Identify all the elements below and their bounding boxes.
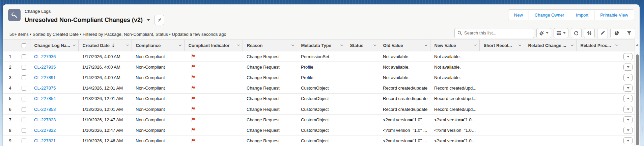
chevron-down-icon[interactable] [125, 43, 130, 47]
new-button[interactable]: New [508, 10, 529, 20]
refresh-icon [573, 30, 579, 36]
chevron-down-icon[interactable] [570, 43, 574, 47]
row-number: 9 [3, 136, 18, 146]
column-header-status[interactable]: Status [346, 40, 379, 51]
row-actions-button[interactable] [623, 53, 633, 60]
metadata-type-cell: CustomObject [297, 136, 346, 146]
chevron-down-icon[interactable] [473, 43, 477, 47]
change-log-link[interactable]: CL-227853 [34, 107, 56, 112]
wrench-icon [11, 11, 18, 19]
column-header-related-process[interactable]: Related Proc... [576, 40, 621, 51]
search-input[interactable] [464, 30, 531, 35]
related-process-cell [576, 62, 621, 72]
row-number: 8 [3, 125, 18, 136]
row-actions-button[interactable] [623, 74, 633, 81]
chevron-down-icon [563, 32, 566, 34]
inline-edit-button[interactable] [597, 28, 608, 38]
row-number: 6 [3, 104, 18, 114]
red-flag-icon [191, 54, 196, 59]
new-value-cell: <?xml version="1.0" ... [430, 115, 479, 125]
chevron-down-icon[interactable] [518, 43, 522, 47]
chevron-down-icon[interactable] [178, 43, 182, 47]
chevron-down-icon[interactable] [424, 43, 428, 47]
column-header-short-resolution[interactable]: Short Resol... [479, 40, 524, 51]
column-header-change-log-name[interactable]: Change Log Na... [30, 40, 78, 51]
row-select-cell [18, 125, 30, 136]
printable-view-button[interactable]: Printable View [594, 10, 634, 20]
row-checkbox[interactable] [22, 128, 26, 133]
metadata-type-cell: CustomObject [297, 93, 346, 104]
row-actions-button[interactable] [623, 95, 633, 102]
reason-cell: Change Request [243, 83, 297, 93]
column-header-metadata-type[interactable]: Metadata Type [297, 40, 346, 51]
change-log-link[interactable]: CL-227823 [34, 117, 56, 122]
short-resolution-cell [479, 62, 524, 72]
sort-button[interactable] [584, 28, 595, 38]
column-header-compliant-indicator[interactable]: Compliant Indicator [184, 40, 243, 51]
chevron-down-icon[interactable] [373, 43, 377, 47]
change-log-name-cell: CL-227936 [30, 51, 78, 62]
row-actions-button[interactable] [623, 106, 633, 113]
change-log-link[interactable]: CL-227875 [34, 86, 56, 91]
related-process-cell [576, 136, 621, 146]
metadata-type-cell: PermissionSet [297, 51, 346, 62]
row-checkbox[interactable] [22, 65, 26, 70]
red-flag-icon [191, 106, 196, 112]
column-header-new-value[interactable]: New Value [430, 40, 479, 51]
row-checkbox[interactable] [22, 139, 26, 143]
row-actions-button[interactable] [623, 127, 633, 134]
column-header-old-value[interactable]: Old Value [379, 40, 430, 51]
change-log-link[interactable]: CL-227822 [34, 128, 56, 133]
row-actions-button[interactable] [623, 137, 633, 144]
row-checkbox[interactable] [22, 75, 26, 80]
row-actions-button[interactable] [623, 116, 633, 123]
change-log-link[interactable]: CL-227854 [34, 96, 56, 101]
row-checkbox[interactable] [22, 54, 26, 59]
change-log-link[interactable]: CL-227821 [34, 138, 56, 143]
column-header-related-change[interactable]: Related Change ... [524, 40, 576, 51]
chevron-down-icon[interactable] [615, 43, 619, 47]
display-as-button[interactable] [554, 28, 568, 38]
table-row: 9 CL-227821 1/10/2026, 12:46 AM Non-Comp… [3, 136, 635, 146]
chevron-down-icon[interactable] [72, 43, 76, 47]
reason-cell: Change Request [243, 136, 297, 146]
related-change-cell [524, 62, 576, 72]
table-row: 2 CL-227935 1/17/2026, 4:00 AM Non-Compl… [3, 62, 635, 72]
row-actions-button[interactable] [623, 84, 633, 92]
chevron-down-icon[interactable] [291, 43, 295, 47]
vertical-scrollbar[interactable] [635, 39, 640, 146]
charts-button[interactable] [611, 28, 623, 38]
row-checkbox[interactable] [22, 107, 26, 112]
row-checkbox[interactable] [22, 97, 26, 101]
scrollbar-up-arrow-icon[interactable] [636, 44, 639, 46]
row-checkbox[interactable] [22, 118, 26, 122]
row-checkbox[interactable] [22, 86, 26, 91]
chevron-down-icon[interactable] [236, 43, 241, 47]
change-log-link[interactable]: CL-227936 [34, 54, 56, 59]
change-owner-button[interactable]: Change Owner [529, 10, 570, 20]
change-log-link[interactable]: CL-227891 [34, 75, 56, 80]
metadata-type-cell: CustomObject [297, 104, 346, 114]
related-change-cell [524, 115, 576, 125]
status-cell [346, 51, 379, 62]
row-actions-button[interactable] [623, 64, 633, 71]
row-select-cell [18, 104, 30, 114]
column-header-created-date[interactable]: Created Date [78, 40, 132, 51]
new-value-cell: Not available. [430, 72, 479, 83]
old-value-cell: Not available. [379, 51, 430, 62]
list-view-selector-chevron-icon[interactable] [147, 19, 150, 21]
change-log-link[interactable]: CL-227935 [34, 65, 56, 70]
chevron-down-icon[interactable] [340, 43, 344, 47]
scrollbar-thumb[interactable] [636, 54, 639, 145]
pin-list-view-button[interactable] [154, 15, 164, 25]
import-button[interactable]: Import [570, 10, 594, 20]
filter-funnel-icon [626, 30, 632, 36]
charts-pie-icon [614, 30, 619, 36]
select-all-checkbox[interactable] [22, 43, 26, 48]
filter-button[interactable] [623, 28, 635, 38]
column-header-compliance[interactable]: Compliance [132, 40, 184, 51]
compliance-cell: Non-Compliant [132, 51, 184, 62]
refresh-button[interactable] [571, 28, 582, 38]
column-header-reason[interactable]: Reason [243, 40, 297, 51]
list-view-controls-button[interactable] [536, 28, 551, 38]
